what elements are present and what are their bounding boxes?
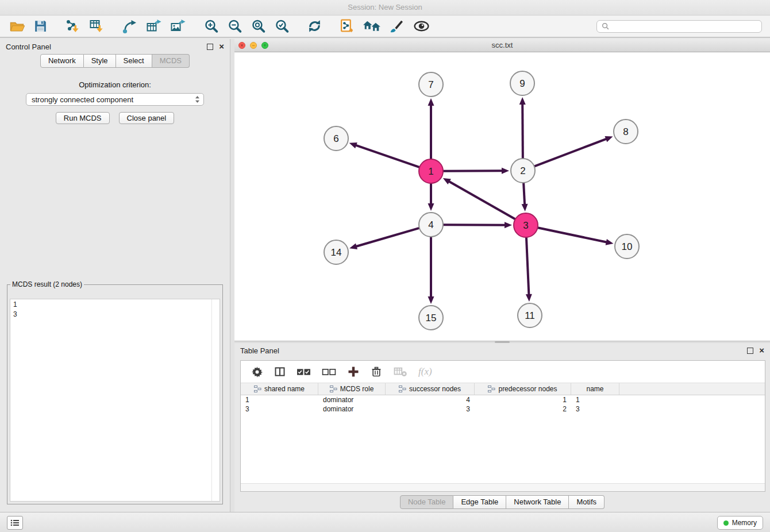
function-builder-button[interactable]: f(x) <box>417 365 433 379</box>
graph-edge-arrow-icon <box>428 296 434 304</box>
column-header-successor-nodes[interactable]: successor nodes <box>386 383 475 395</box>
import-network-from-file-button[interactable] <box>64 17 82 35</box>
close-control-panel-button[interactable]: × <box>219 43 224 50</box>
tab-select[interactable]: Select <box>116 54 152 68</box>
memory-button[interactable]: Memory <box>717 516 763 530</box>
graph-edge-2-3[interactable] <box>523 183 525 205</box>
graph-edge-3-10[interactable] <box>538 228 607 242</box>
graph-node-6[interactable]: 6 <box>324 126 348 151</box>
import-table-icon <box>89 18 105 34</box>
zoom-in-button[interactable] <box>202 17 220 35</box>
graph-edge-4-14[interactable] <box>356 228 419 246</box>
table-row[interactable]: 3 dominator 3 2 3 <box>241 404 765 414</box>
open-file-button[interactable] <box>8 18 26 35</box>
close-view-button[interactable]: × <box>238 42 245 49</box>
export-image-button[interactable] <box>169 18 187 35</box>
mcds-result-list: 13 <box>10 299 220 502</box>
graph-node-15[interactable]: 15 <box>419 306 443 330</box>
delete-column-button[interactable] <box>392 365 409 379</box>
close-panel-button[interactable]: Close panel <box>119 112 175 124</box>
graph-node-9[interactable]: 9 <box>510 71 534 95</box>
graph-edge-1-2[interactable] <box>443 171 503 171</box>
table-horizontal-scrollbar[interactable] <box>241 483 765 491</box>
tab-node-table[interactable]: Node Table <box>400 495 454 509</box>
header-filler <box>619 383 765 395</box>
svg-text:1: 1 <box>428 166 433 177</box>
delete-row-button[interactable] <box>369 364 383 379</box>
tab-style[interactable]: Style <box>84 54 116 68</box>
show-column-button[interactable] <box>273 365 287 379</box>
gear-icon <box>251 366 263 378</box>
new-network-button[interactable] <box>121 18 139 35</box>
tab-network-table[interactable]: Network Table <box>506 495 569 509</box>
network-canvas[interactable]: 7968124314101511 <box>234 52 770 341</box>
save-session-button[interactable] <box>32 18 49 34</box>
tab-mcds[interactable]: MCDS <box>152 54 190 68</box>
show-graphics-details-button[interactable] <box>411 18 432 34</box>
graph-node-14[interactable]: 14 <box>324 240 348 264</box>
svg-text:7: 7 <box>428 79 433 90</box>
graph-edge-3-11[interactable] <box>526 237 529 295</box>
column-type-icon <box>254 385 261 392</box>
cell-name: 1 <box>571 396 619 404</box>
table-row[interactable]: 1 dominator 4 1 1 <box>241 395 765 404</box>
graph-node-3[interactable]: 3 <box>514 213 538 237</box>
task-history-button[interactable] <box>7 516 23 530</box>
node-table-body: 1 dominator 4 1 1 3 dominator 3 2 3 <box>241 395 765 414</box>
zoom-out-button[interactable] <box>226 17 244 35</box>
apply-layout-button[interactable] <box>306 17 324 35</box>
tab-motifs[interactable]: Motifs <box>569 495 605 509</box>
column-header-predecessor-nodes[interactable]: predecessor nodes <box>475 383 571 395</box>
minimize-view-button[interactable]: − <box>250 42 257 49</box>
import-table-from-file-button[interactable] <box>88 17 106 35</box>
search-input[interactable] <box>613 22 757 31</box>
graph-edge-2-8[interactable] <box>534 138 607 166</box>
float-panel-button[interactable] <box>207 44 213 50</box>
svg-text:9: 9 <box>519 78 525 89</box>
run-mcds-button[interactable]: Run MCDS <box>56 112 110 124</box>
mcds-result-line: 3 <box>13 310 217 319</box>
titlebar: Session: New Session <box>0 0 770 16</box>
maximize-view-button[interactable]: + <box>261 42 268 49</box>
graph-node-11[interactable]: 11 <box>518 303 542 327</box>
search-box[interactable] <box>596 20 762 33</box>
tab-network[interactable]: Network <box>40 54 84 68</box>
graph-node-2[interactable]: 2 <box>511 159 535 183</box>
graph-node-1[interactable]: 1 <box>419 159 443 183</box>
svg-text:2: 2 <box>520 165 525 176</box>
tab-edge-table[interactable]: Edge Table <box>453 495 506 509</box>
create-column-button[interactable] <box>346 364 361 379</box>
control-panel: Control Panel × Network Style Select MCD… <box>0 39 230 512</box>
paint-button[interactable] <box>388 17 406 35</box>
graph-node-8[interactable]: 8 <box>614 119 638 144</box>
unselect-all-button[interactable] <box>321 366 337 378</box>
column-header-mcds-role[interactable]: MCDS role <box>318 383 386 395</box>
mcds-result-title: MCDS result (2 nodes) <box>10 280 84 288</box>
control-panel-tabs: Network Style Select MCDS <box>0 54 230 68</box>
cell-shared-name: 1 <box>241 396 318 404</box>
graph-node-7[interactable]: 7 <box>419 72 443 97</box>
graph-edge-3-1[interactable] <box>448 181 515 219</box>
column-header-name[interactable]: name <box>571 383 619 395</box>
zoom-selected-button[interactable] <box>273 17 291 35</box>
graph-edge-1-6[interactable] <box>355 145 419 167</box>
graph-node-4[interactable]: 4 <box>419 213 443 237</box>
column-header-shared-name[interactable]: shared name <box>241 383 318 395</box>
column-type-icon <box>330 385 337 392</box>
zoom-fit-button[interactable] <box>249 17 267 35</box>
graph-edge-4-3[interactable] <box>443 225 506 225</box>
network-graph[interactable]: 7968124314101511 <box>234 52 770 341</box>
home-button[interactable] <box>361 18 382 34</box>
float-table-panel-button[interactable] <box>747 348 753 354</box>
close-table-panel-button[interactable]: × <box>759 347 764 354</box>
apply-layout-icon <box>307 18 322 34</box>
select-all-button[interactable] <box>295 366 312 378</box>
graph-edge-2-9[interactable] <box>522 103 523 159</box>
table-panel-title: Table Panel <box>240 346 279 355</box>
copy-network-button[interactable] <box>338 17 355 35</box>
cell-predecessor-nodes: 2 <box>475 405 571 413</box>
criterion-dropdown[interactable]: strongly connected component <box>26 93 204 106</box>
table-settings-button[interactable] <box>250 365 264 379</box>
graph-node-10[interactable]: 10 <box>615 234 639 259</box>
export-table-button[interactable] <box>145 18 163 35</box>
